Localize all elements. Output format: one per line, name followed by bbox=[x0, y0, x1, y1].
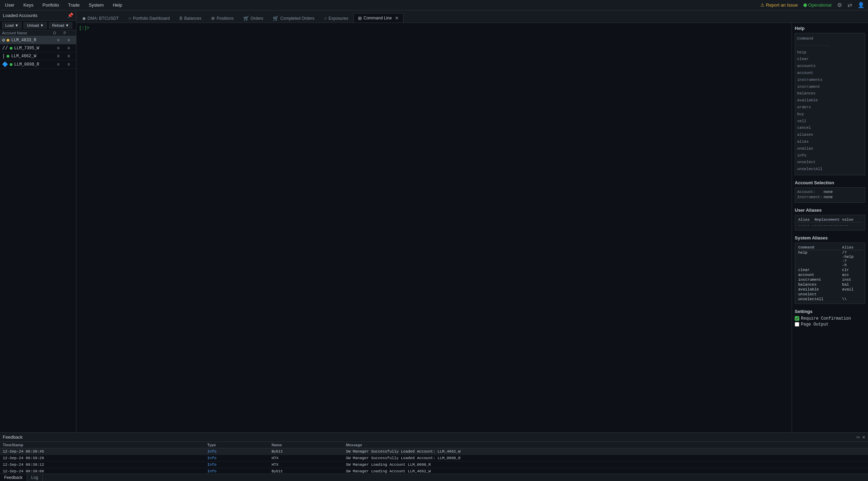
feedback-row[interactable]: 12-Sep-24 09:39:45InfoBybitSW Manager Su… bbox=[0, 448, 868, 455]
cmd-item[interactable]: Command bbox=[797, 35, 863, 42]
instrument-value: none bbox=[824, 195, 833, 199]
page-output-checkbox[interactable] bbox=[795, 322, 799, 327]
tab-portfolio[interactable]: ○ Portfolio Dashboard bbox=[124, 14, 174, 23]
menu-items: User Keys Portfolio Trade System Help bbox=[3, 2, 124, 8]
sys-alias-row: balancesbal bbox=[797, 282, 863, 287]
feedback-col-message: Message bbox=[343, 442, 868, 448]
sys-alias-table: CommandAliashelp/?-help-?-hclearclraccou… bbox=[797, 245, 863, 302]
menu-system[interactable]: System bbox=[87, 2, 105, 8]
unload-button[interactable]: Unload ▼ bbox=[24, 22, 47, 28]
tab-label-positions: Positions bbox=[217, 16, 234, 21]
cmd-item[interactable]: cancel bbox=[797, 125, 863, 132]
status-dot bbox=[803, 3, 807, 7]
load-button[interactable]: Load ▼ bbox=[2, 22, 22, 28]
cmd-item[interactable]: alias bbox=[797, 138, 863, 145]
sys-alias-row: clearclr bbox=[797, 268, 863, 272]
menu-user[interactable]: User bbox=[3, 2, 16, 8]
feedback-table-body: 12-Sep-24 09:39:45InfoBybitSW Manager Su… bbox=[0, 448, 868, 474]
menu-keys[interactable]: Keys bbox=[22, 2, 35, 8]
cmd-item[interactable]: instruments bbox=[797, 77, 863, 84]
tab-dma[interactable]: ◆ DMA: BTCUSDT bbox=[78, 14, 123, 23]
require-confirmation-label: Require Confirmation bbox=[801, 316, 851, 321]
cmd-item[interactable]: aliases bbox=[797, 132, 863, 138]
feedback-tab-feedback[interactable]: Feedback bbox=[0, 474, 27, 481]
account-row[interactable]: 🔷 LLM_0098_R 0 0 bbox=[0, 60, 76, 69]
report-issue[interactable]: ⚠ Report an Issue bbox=[760, 2, 798, 8]
feedback-timestamp: 12-Sep-24 09:39:45 bbox=[0, 448, 205, 455]
menu-trade[interactable]: Trade bbox=[67, 2, 81, 8]
account-row[interactable]: // LLM_7395_W 0 0 bbox=[0, 44, 76, 52]
account-selection-title: Account Selection bbox=[795, 180, 865, 185]
sys-alias-value: clr bbox=[841, 268, 863, 272]
feedback-row[interactable]: 12-Sep-24 09:39:26InfoHTXSW Manager Succ… bbox=[0, 455, 868, 462]
tab-cmdline[interactable]: ⊞ Command Line✕ bbox=[353, 13, 403, 23]
feedback-col-timestamp: TimeStamp bbox=[0, 442, 205, 448]
account-id: LLM_7395_W bbox=[14, 46, 39, 51]
cmd-item[interactable]: account bbox=[797, 70, 863, 77]
account-id: LLM_4662_W bbox=[11, 54, 36, 59]
feedback-row[interactable]: 12-Sep-24 09:39:12InfoHTXSW Manager Load… bbox=[0, 462, 868, 468]
account-row[interactable]: ⚙ LLM_4833_R 0 0 bbox=[0, 36, 76, 44]
pin-icon[interactable]: 📌 bbox=[67, 12, 73, 18]
sys-alias-value: /?-help-?-h bbox=[841, 250, 863, 268]
close-icon[interactable]: ✕ bbox=[862, 434, 865, 440]
feedback-row[interactable]: 12-Sep-24 09:39:06InfoBybitSW Manager Lo… bbox=[0, 468, 868, 474]
tab-completed[interactable]: 🛒 Completed Orders bbox=[268, 14, 319, 23]
help-commands-box: Command--------------helpclearaccountsac… bbox=[795, 33, 865, 175]
cmd-item[interactable]: orders bbox=[797, 104, 863, 111]
cmd-item[interactable]: buy bbox=[797, 111, 863, 118]
sys-alias-value: avail bbox=[841, 287, 863, 292]
cmd-item[interactable]: available bbox=[797, 97, 863, 104]
menu-help[interactable]: Help bbox=[111, 2, 124, 8]
tab-icon-cmdline: ⊞ bbox=[358, 16, 362, 21]
require-confirmation-checkbox[interactable] bbox=[795, 316, 799, 321]
cmd-item[interactable]: info bbox=[797, 152, 863, 159]
cmd-item[interactable]: instrument bbox=[797, 84, 863, 91]
tab-exposures[interactable]: ○ Exposures bbox=[319, 14, 353, 23]
main-layout: Loaded Accounts 📌 Load ▼ Unload ▼ Reload… bbox=[0, 10, 868, 432]
tab-positions[interactable]: ⊕ Positions bbox=[207, 14, 238, 23]
sys-alias-command: clear bbox=[797, 268, 841, 272]
tab-icon-balances: B bbox=[180, 16, 183, 21]
menu-right: ⚠ Report an Issue Operational ⚙ ⇄ 👤 bbox=[760, 2, 865, 8]
account-name-cell: 🔷 LLM_0098_R bbox=[2, 61, 53, 67]
cmd-item[interactable]: balances bbox=[797, 90, 863, 97]
sys-alias-command: account bbox=[797, 272, 841, 277]
feedback-col-name: Name bbox=[269, 442, 343, 448]
settings-title: Settings bbox=[795, 309, 865, 314]
cmd-item[interactable]: clear bbox=[797, 56, 863, 63]
system-aliases-title: System Aliases bbox=[795, 235, 865, 240]
cmd-item[interactable]: accounts bbox=[797, 63, 863, 70]
account-row[interactable]: | LLM_4662_W 0 0 bbox=[0, 52, 76, 60]
cmd-item[interactable]: -------------- bbox=[797, 42, 863, 49]
cmd-item[interactable]: sell bbox=[797, 118, 863, 125]
minimize-icon[interactable]: ▭ bbox=[857, 434, 859, 440]
network-icon[interactable]: ⇄ bbox=[848, 2, 852, 8]
feedback-header: Feedback ▭ ✕ bbox=[0, 433, 868, 442]
user-icon[interactable]: 👤 bbox=[858, 2, 865, 8]
reload-button[interactable]: Reload ▼ bbox=[49, 22, 72, 28]
sys-alias-header: CommandAlias bbox=[797, 245, 863, 250]
feedback-type: Info bbox=[205, 468, 269, 474]
tab-orders[interactable]: 🛒 Orders bbox=[239, 14, 268, 23]
help-section: Help Command--------------helpclearaccou… bbox=[795, 26, 865, 175]
dropdown-arrow2-icon: ▼ bbox=[40, 23, 44, 27]
tab-label-orders: Orders bbox=[251, 16, 264, 21]
gear-icon[interactable]: ⚙ bbox=[837, 2, 842, 8]
cmd-item[interactable]: unalias bbox=[797, 145, 863, 152]
feedback-tab-log[interactable]: Log bbox=[27, 474, 43, 481]
tab-icon-positions: ⊕ bbox=[211, 16, 215, 21]
tab-close-cmdline[interactable]: ✕ bbox=[395, 15, 399, 21]
user-aliases-title: User Aliases bbox=[795, 208, 865, 213]
tab-balances[interactable]: B Balances bbox=[175, 14, 206, 23]
sidebar-title: Loaded Accounts bbox=[3, 13, 37, 18]
feedback-name: HTX bbox=[269, 455, 343, 462]
cmd-item[interactable]: help bbox=[797, 49, 863, 56]
menu-portfolio[interactable]: Portfolio bbox=[41, 2, 60, 8]
instrument-label: Instrument: bbox=[797, 195, 821, 199]
feedback-type: Info bbox=[205, 448, 269, 455]
cmd-item[interactable]: unselect bbox=[797, 159, 863, 166]
cmd-item[interactable]: unselectAll bbox=[797, 166, 863, 173]
cmd-terminal[interactable]: [:]> bbox=[76, 23, 792, 432]
feedback-timestamp: 12-Sep-24 09:39:06 bbox=[0, 468, 205, 474]
